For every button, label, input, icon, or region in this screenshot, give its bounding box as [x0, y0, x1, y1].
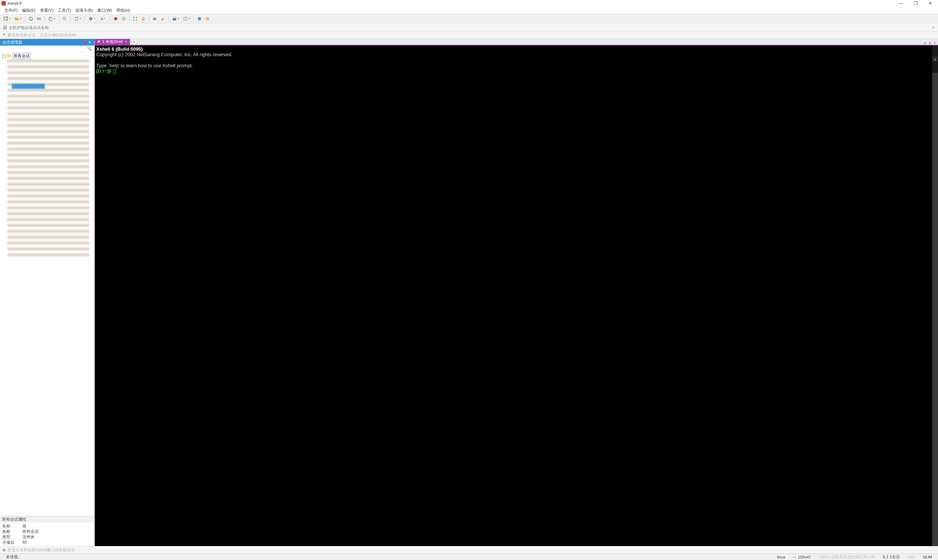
globe-button[interactable] [87, 15, 97, 22]
sidebar-search-row: 🔍 [0, 46, 94, 52]
menu-window[interactable]: 窗口(W) [95, 7, 114, 14]
props-row-val: 文件夹 [22, 534, 92, 540]
send-bar[interactable]: ▣ 发送文本到当前Xshell窗口的全部会话 [0, 546, 938, 553]
minimize-button[interactable]: — [897, 1, 905, 6]
svg-rect-17 [173, 17, 175, 19]
status-os: linux [773, 555, 789, 559]
tree-root-label[interactable]: 所有会话 [12, 53, 31, 59]
toolbar-separator [70, 16, 71, 22]
sidebar-session-manager: 会话管理器 📌 ✕ 🔍 − 📁 所有会话 所有会话属性 名称 [0, 39, 95, 546]
terminal[interactable]: Xshell 6 (Build 0095) Copyright (c) 2002… [95, 46, 938, 546]
tab-nav: ◄ ► ▾ [922, 41, 938, 45]
info-button[interactable]: i [204, 15, 211, 22]
toolbar-separator [110, 16, 110, 22]
terminal-scrollbar[interactable]: ▲ ▼ [932, 46, 938, 546]
window-buttons: — ❐ ✕ [897, 1, 934, 6]
main-area: 会话管理器 📌 ✕ 🔍 − 📁 所有会话 所有会话属性 名称 [0, 39, 938, 546]
toolbar-separator [25, 16, 25, 22]
send-bar-placeholder: 发送文本到当前Xshell窗口的全部会话 [7, 547, 75, 553]
app-title: Xshell 6 [7, 1, 897, 6]
lock-button[interactable] [140, 15, 146, 22]
fullscreen-button[interactable] [132, 15, 138, 22]
close-button[interactable]: ✕ [926, 1, 934, 6]
tree-items-blurred [7, 60, 89, 258]
help-button[interactable]: ? [196, 15, 203, 22]
menu-file[interactable]: 文件(F) [2, 7, 20, 14]
title-bar: Xshell 6 — ❐ ✕ [0, 0, 938, 7]
svg-rect-15 [154, 20, 155, 20]
status-caps: CAP [904, 555, 919, 559]
tab-list-icon[interactable]: ▾ [933, 41, 936, 45]
address-input[interactable] [9, 25, 931, 30]
tree-root-node[interactable]: − 📁 所有会话 [1, 53, 94, 59]
scroll-up-icon[interactable]: ▲ [932, 57, 938, 62]
svg-point-5 [63, 17, 66, 20]
play-button[interactable] [120, 15, 127, 22]
tab-next-icon[interactable]: ► [928, 41, 932, 45]
size-icon: ↔ [793, 555, 798, 559]
menu-bar: 文件(F) 编辑(E) 查看(V) 工具(T) 选项卡(B) 窗口(W) 帮助(… [0, 7, 938, 14]
toolbar: A ? i [0, 14, 938, 23]
tab-unsaved-dot-icon [98, 40, 100, 43]
copy-button[interactable] [47, 15, 57, 22]
menu-edit[interactable]: 编辑(E) [20, 7, 38, 14]
toolbar-separator [149, 16, 149, 22]
sidebar-title: 会话管理器 [2, 40, 82, 45]
props-header-value: 值 [22, 523, 92, 529]
xshell-icon-button[interactable] [112, 15, 119, 22]
tab-add-button[interactable]: + [131, 39, 137, 45]
terminal-line: Type `help' to learn how to use Xshell p… [96, 63, 193, 68]
session-tree[interactable]: − 📁 所有会话 [0, 52, 94, 516]
svg-rect-0 [4, 17, 7, 20]
highlight-button[interactable] [159, 15, 166, 22]
status-watermark: CSDN @眼里有光的自己向上吧 [815, 554, 879, 560]
font-button[interactable]: A [98, 15, 108, 22]
app-icon [2, 1, 6, 6]
status-connection: 未连接。 [2, 554, 26, 560]
toolbar-separator [194, 16, 194, 22]
toolbar-separator [168, 16, 169, 22]
open-session-button[interactable] [13, 15, 23, 22]
flag-icon: ⚑ [2, 33, 6, 37]
paste-button[interactable] [73, 15, 82, 22]
tab-local-shell[interactable]: 1 本地Shell × [95, 39, 130, 45]
toolbar-separator [59, 16, 59, 22]
svg-text:?: ? [199, 18, 200, 20]
terminal-line: Xshell 6 (Build 0095) [96, 46, 143, 52]
svg-rect-14 [154, 17, 155, 18]
status-size: ↔ 158x47 [789, 555, 815, 559]
svg-point-10 [114, 17, 117, 20]
disconnect-button[interactable] [35, 15, 42, 22]
svg-rect-4 [50, 18, 52, 20]
search-icon[interactable]: 🔍 [87, 46, 92, 51]
hint-bar: ⚑ 要添加当前会话，点击左侧的箭头按钮。 [0, 32, 938, 39]
find-button[interactable] [62, 15, 68, 22]
menu-view[interactable]: 查看(V) [38, 7, 56, 14]
sidebar-close-icon[interactable]: ✕ [87, 40, 92, 45]
tree-selected-item [12, 84, 45, 89]
tab-prev-icon[interactable]: ◄ [922, 41, 927, 45]
reconnect-button[interactable] [28, 15, 34, 22]
hint-text: 要添加当前会话，点击左侧的箭头按钮。 [7, 32, 80, 38]
print-button[interactable] [151, 15, 158, 22]
tab-strip: 1 本地Shell × + ◄ ► ▾ [95, 39, 938, 46]
address-dropdown-button[interactable]: ▾ [931, 26, 936, 29]
status-bar: 未连接。 linux ↔ 158x47 CSDN @眼里有光的自己向上吧 5,1… [0, 553, 938, 560]
maximize-button[interactable]: ❐ [912, 1, 920, 6]
props-row-key: 名称 [2, 529, 22, 534]
svg-rect-8 [76, 17, 77, 18]
toolbar-separator [85, 16, 85, 22]
scroll-thumb[interactable] [932, 73, 938, 546]
menu-tabs[interactable]: 选项卡(B) [73, 7, 95, 14]
layout-button[interactable] [182, 15, 191, 22]
menu-tools[interactable]: 工具(T) [55, 7, 73, 14]
save-button[interactable] [171, 15, 180, 22]
menu-help[interactable]: 帮助(H) [114, 7, 132, 14]
terminal-line: Copyright (c) 2002 NetSarang Computer, I… [96, 52, 232, 57]
expander-icon[interactable]: − [2, 54, 6, 58]
svg-rect-12 [142, 18, 145, 20]
tab-close-icon[interactable]: × [125, 39, 127, 44]
new-session-button[interactable] [2, 15, 12, 22]
status-pos: 5,1 1会话 [879, 554, 904, 560]
pin-icon[interactable]: 📌 [82, 40, 87, 45]
